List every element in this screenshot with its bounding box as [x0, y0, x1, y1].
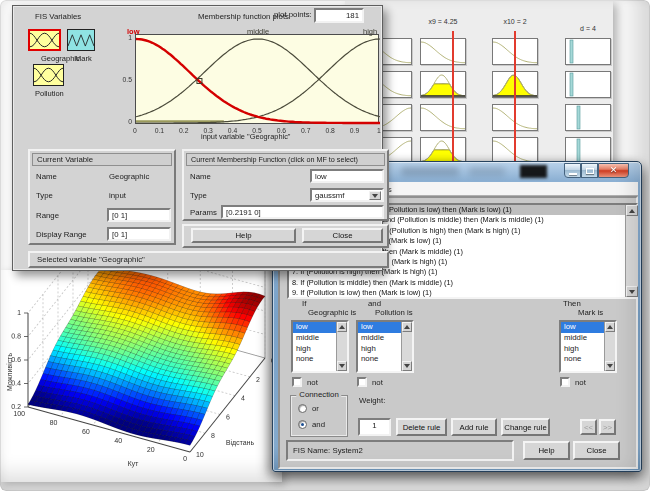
scroll-down-icon[interactable]	[337, 361, 347, 371]
and-label: and	[368, 299, 381, 308]
then-not-label: not	[575, 378, 586, 387]
minimize-button[interactable]	[564, 163, 581, 178]
connection-or-radio[interactable]	[298, 404, 307, 413]
rule-viewer-cell-bar_mid	[565, 104, 611, 131]
if-not-label: not	[307, 378, 318, 387]
cmf-name-field[interactable]: low	[310, 169, 384, 183]
cv-display-range-field[interactable]: [0 1]	[107, 227, 171, 241]
mf-status-panel: Selected variable "Geographic"	[28, 251, 389, 268]
rule-viewer-window: x9 = 4.25x10 = 2d = 4	[345, 0, 613, 172]
then-label: Then	[563, 299, 581, 308]
x-tick-label: 0.8	[324, 127, 336, 134]
cmf-type-value: gaussmf	[315, 191, 344, 200]
rule-item[interactable]: 8. If (Pollution is middle) then (Mark i…	[289, 278, 636, 288]
change-rule-button[interactable]: Change rule	[501, 418, 550, 436]
fis-variable-icon-geographic[interactable]	[28, 29, 61, 51]
weight-field[interactable]: 1	[358, 418, 391, 436]
screenshot-frame: x9 = 4.25x10 = 2d = 4 ✕ s 1. If (Geograp…	[0, 0, 650, 491]
fis-variable-icon-pollution[interactable]	[33, 64, 64, 86]
fis-variable-label: Geographic	[41, 54, 80, 63]
x-tick-label: 0.2	[178, 127, 190, 134]
maximize-icon	[586, 168, 594, 174]
then-not-checkbox[interactable]	[560, 377, 570, 387]
if-term-listbox[interactable]: lowmiddlehighnone	[291, 320, 349, 373]
combo-dropdown-icon[interactable]	[369, 191, 381, 200]
y-tick-label: 0.5	[115, 76, 132, 83]
mf-label-middle[interactable]: middle	[247, 27, 269, 36]
if-not-checkbox[interactable]	[292, 377, 302, 387]
censored-title-blob	[520, 165, 547, 178]
scroll-down-icon[interactable]	[402, 361, 412, 371]
plot-points-field[interactable]: 181	[314, 8, 364, 23]
membership-plot-axes[interactable]	[135, 34, 379, 124]
current-variable-title: Current Variable	[32, 153, 172, 166]
input-value-line[interactable]	[514, 31, 516, 167]
maximize-button[interactable]	[581, 163, 598, 178]
window-title-smudge	[401, 167, 459, 176]
rules-scrollbar[interactable]	[625, 205, 638, 297]
cmf-params-label: Params	[190, 208, 217, 217]
cmf-type-label: Type	[190, 191, 207, 200]
fis-variables-label: FIS Variables	[35, 12, 81, 21]
rule-viewer-cell-fall	[420, 38, 466, 65]
cv-range-field[interactable]: [0 1]	[107, 208, 171, 222]
x-axis-label: input variable "Geographic"	[201, 132, 290, 141]
if-variable-label: Geographic is	[308, 308, 356, 317]
cv-name-value: Geographic	[109, 172, 149, 181]
delete-rule-button[interactable]: Delete rule	[396, 418, 447, 436]
fis-name-status: FIS Name: System2	[286, 440, 514, 461]
x-tick-label: 0.9	[349, 127, 361, 134]
fis-variable-icon-mark[interactable]	[67, 29, 95, 51]
window-title-smudge	[469, 167, 505, 176]
cmf-type-combobox[interactable]: gaussmf	[310, 188, 384, 202]
input-value-line[interactable]	[452, 31, 454, 167]
connection-group: Connection or and	[290, 395, 348, 437]
output-surface-plot	[0, 270, 282, 482]
mf-help-button[interactable]: Help	[191, 228, 296, 243]
scroll-up-icon[interactable]	[605, 322, 615, 332]
add-rule-button[interactable]: Add rule	[451, 418, 497, 436]
connection-and-radio[interactable]	[298, 420, 307, 429]
and-term-listbox[interactable]: lowmiddlehighnone	[356, 320, 414, 373]
then-variable-label: Mark is	[578, 308, 603, 317]
connection-title: Connection	[296, 390, 341, 399]
current-mf-panel: Current Membership Function (click on MF…	[182, 149, 389, 221]
rule-viewer-cell-gauss_clip	[420, 137, 466, 164]
mf-label-high[interactable]: high	[363, 27, 377, 36]
then-term-listbox[interactable]: lowmiddlehighnone	[559, 320, 617, 373]
cv-name-label: Name	[36, 172, 57, 181]
connection-or-label: or	[312, 404, 319, 413]
close-button[interactable]: ✕	[598, 163, 629, 178]
rule-item[interactable]: 9. If (Pollution is low) then (Mark is l…	[289, 288, 636, 298]
surface-viewer-window	[0, 270, 282, 482]
close-icon: ✕	[610, 166, 618, 175]
mf-status-text: Selected variable "Geographic"	[37, 255, 145, 264]
scroll-down-icon[interactable]	[605, 361, 615, 371]
listbox-scrollbar[interactable]	[401, 322, 412, 371]
next-rule-button[interactable]: >>	[599, 419, 616, 435]
scroll-up-icon[interactable]	[626, 205, 638, 216]
mf-close-button[interactable]: Close	[302, 228, 383, 243]
close-dialog-button[interactable]: Close	[573, 441, 620, 460]
x-tick-label: 1	[373, 127, 385, 134]
scroll-up-icon[interactable]	[337, 322, 347, 332]
cmf-params-field[interactable]: [0.2191 0]	[221, 205, 384, 219]
help-button[interactable]: Help	[523, 441, 570, 460]
prev-rule-button[interactable]: <<	[580, 419, 597, 435]
rule-viewer-cell-bar_mid	[565, 137, 611, 164]
listbox-scrollbar[interactable]	[604, 322, 615, 371]
and-not-checkbox[interactable]	[357, 377, 367, 387]
scroll-down-icon[interactable]	[626, 286, 638, 297]
y-tick-label: 1	[115, 34, 132, 41]
help-close-panel: Help Close	[182, 224, 389, 248]
mf-editor-window: FIS Variables Membership function plots …	[12, 5, 383, 271]
listbox-scrollbar[interactable]	[336, 322, 347, 371]
weight-label: Weight:	[359, 396, 385, 405]
cv-range-label: Range	[36, 211, 59, 220]
rule-viewer-cell-fall	[420, 104, 466, 131]
fis-variable-label: Pollution	[35, 89, 64, 98]
membership-plot[interactable]: low middle high 00.10.20.30.40.50.60.70.…	[123, 29, 379, 124]
cv-type-label: Type	[36, 191, 53, 200]
scroll-up-icon[interactable]	[402, 322, 412, 332]
and-not-label: not	[372, 378, 383, 387]
